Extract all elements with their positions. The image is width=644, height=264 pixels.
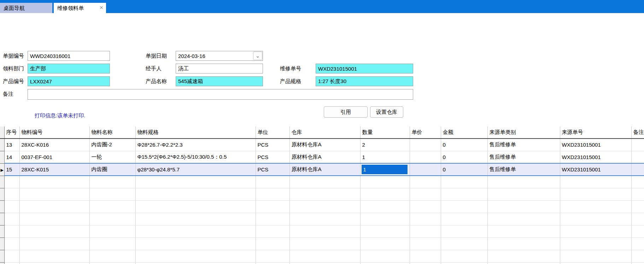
column-header-source-doc-no[interactable]: 来源单号 (560, 127, 631, 139)
empty-cell[interactable] (4, 176, 19, 188)
dept-input[interactable] (28, 64, 110, 74)
row-selector-cell[interactable] (0, 213, 4, 225)
row-selector-cell[interactable] (0, 151, 4, 163)
cell-seq[interactable]: 13 (4, 139, 19, 151)
cell-unit-price[interactable] (410, 151, 441, 163)
row-selector-cell[interactable] (0, 139, 4, 151)
empty-cell[interactable] (19, 225, 89, 237)
cell-source-doc-type[interactable]: 售后维修单 (487, 163, 560, 176)
empty-cell[interactable] (560, 213, 631, 225)
cell-unit-price[interactable] (410, 139, 441, 151)
empty-cell[interactable] (289, 213, 360, 225)
cell-material-spec[interactable]: Φ15.5*2(Φ6.2*Φ2.5)-5/10:30/0.5：0.5 (135, 151, 256, 163)
doc-date-combobox[interactable]: ⌄ (176, 51, 263, 61)
cell-warehouse[interactable]: 原材料仓库A (289, 139, 360, 151)
empty-cell[interactable] (631, 262, 644, 264)
row-selector-cell[interactable] (0, 250, 4, 262)
empty-cell[interactable] (410, 188, 441, 200)
empty-cell[interactable] (410, 250, 441, 262)
cell-material-name[interactable]: 内齿圈 (89, 163, 135, 176)
empty-cell[interactable] (410, 237, 441, 250)
empty-cell[interactable] (19, 213, 89, 225)
cell-remark[interactable] (631, 163, 644, 176)
empty-cell[interactable] (560, 237, 631, 250)
empty-cell[interactable] (487, 250, 560, 262)
product-no-input[interactable] (28, 76, 110, 86)
empty-cell[interactable] (4, 225, 19, 237)
cell-seq[interactable]: 15 (4, 163, 19, 176)
empty-cell[interactable] (487, 225, 560, 237)
cell-qty[interactable]: 1 (360, 151, 410, 163)
empty-cell[interactable] (89, 213, 135, 225)
column-header-amount[interactable]: 金额 (441, 127, 487, 139)
column-header-material-spec[interactable]: 物料规格 (135, 127, 256, 139)
column-header-warehouse[interactable]: 仓库 (289, 127, 360, 139)
empty-cell[interactable] (256, 200, 289, 213)
empty-cell[interactable] (441, 237, 487, 250)
row-selector-cell[interactable] (0, 237, 4, 250)
empty-cell[interactable] (135, 176, 256, 188)
cell-seq[interactable]: 14 (4, 151, 19, 163)
cell-unit-price[interactable] (410, 163, 441, 176)
empty-cell[interactable] (289, 250, 360, 262)
empty-cell[interactable] (19, 176, 89, 188)
empty-cell[interactable] (360, 176, 410, 188)
cell-source-doc-no[interactable]: WXD231015001 (560, 151, 631, 163)
empty-cell[interactable] (441, 225, 487, 237)
empty-cell[interactable] (631, 250, 644, 262)
cell-material-name[interactable]: 一轮 (89, 151, 135, 163)
empty-cell[interactable] (631, 176, 644, 188)
empty-cell[interactable] (19, 262, 89, 264)
handler-input[interactable] (176, 64, 263, 74)
cell-unit[interactable]: PCS (256, 163, 289, 176)
empty-cell[interactable] (89, 176, 135, 188)
column-header-qty[interactable]: 数量 (360, 127, 410, 139)
tab-desktop-navigation[interactable]: 桌面导航 (0, 3, 52, 13)
empty-cell[interactable] (410, 225, 441, 237)
empty-cell[interactable] (89, 262, 135, 264)
empty-cell[interactable] (410, 262, 441, 264)
quote-button[interactable]: 引用 (324, 106, 368, 118)
empty-cell[interactable] (631, 225, 644, 237)
empty-cell[interactable] (360, 213, 410, 225)
empty-cell[interactable] (441, 200, 487, 213)
row-selector-header[interactable] (0, 127, 4, 139)
chevron-down-icon[interactable]: ⌄ (253, 52, 262, 60)
column-header-source-doc-type[interactable]: 来源单类别 (487, 127, 560, 139)
row-selector-cell[interactable] (0, 176, 4, 188)
empty-cell[interactable] (410, 176, 441, 188)
empty-cell[interactable] (441, 250, 487, 262)
cell-source-doc-type[interactable]: 售后维修单 (487, 151, 560, 163)
column-header-seq[interactable]: 序号 (4, 127, 19, 139)
empty-cell[interactable] (256, 237, 289, 250)
column-header-remark[interactable]: 备注 (631, 127, 644, 139)
empty-cell[interactable] (360, 188, 410, 200)
empty-cell[interactable] (560, 188, 631, 200)
empty-cell[interactable] (256, 188, 289, 200)
empty-cell[interactable] (135, 213, 256, 225)
cell-warehouse[interactable]: 原材料仓库A (289, 163, 360, 176)
empty-cell[interactable] (135, 225, 256, 237)
remark-input[interactable] (28, 89, 413, 100)
empty-cell[interactable] (360, 262, 410, 264)
empty-cell[interactable] (410, 200, 441, 213)
doc-date-input[interactable] (176, 51, 252, 60)
empty-cell[interactable] (631, 200, 644, 213)
cell-source-doc-type[interactable]: 售后维修单 (487, 139, 560, 151)
empty-cell[interactable] (487, 200, 560, 213)
empty-cell[interactable] (256, 225, 289, 237)
qty-edit-box[interactable]: 1 (361, 164, 408, 175)
set-warehouse-button[interactable]: 设置仓库 (370, 106, 403, 118)
empty-cell[interactable] (410, 213, 441, 225)
empty-cell[interactable] (560, 262, 631, 264)
empty-cell[interactable] (441, 262, 487, 264)
empty-cell[interactable] (89, 200, 135, 213)
empty-cell[interactable] (256, 213, 289, 225)
empty-cell[interactable] (487, 176, 560, 188)
doc-no-input[interactable] (28, 51, 110, 61)
empty-cell[interactable] (631, 213, 644, 225)
empty-cell[interactable] (289, 237, 360, 250)
column-header-unit[interactable]: 单位 (256, 127, 289, 139)
empty-cell[interactable] (256, 250, 289, 262)
cell-amount[interactable]: 0 (441, 139, 487, 151)
